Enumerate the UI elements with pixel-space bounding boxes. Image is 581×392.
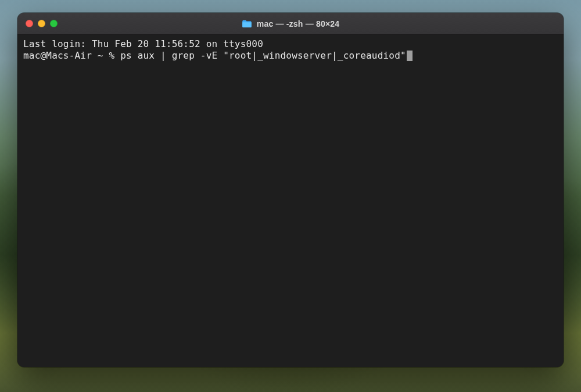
window-title: mac — -zsh — 80×24 xyxy=(257,19,340,28)
last-login-line: Last login: Thu Feb 20 11:56:52 on ttys0… xyxy=(23,38,558,50)
traffic-lights xyxy=(17,20,58,27)
command-input[interactable]: ps aux | grep -vE "root|_windowserver|_c… xyxy=(120,50,406,61)
terminal-window: mac — -zsh — 80×24 Last login: Thu Feb 2… xyxy=(17,13,564,367)
titlebar[interactable]: mac — -zsh — 80×24 xyxy=(17,13,564,35)
close-button[interactable] xyxy=(26,20,33,27)
title-center: mac — -zsh — 80×24 xyxy=(17,19,564,28)
cursor-block xyxy=(407,51,413,61)
folder-icon xyxy=(242,20,252,28)
prompt-line: mac@Macs-Air ~ % ps aux | grep -vE "root… xyxy=(23,50,558,62)
zoom-button[interactable] xyxy=(50,20,58,27)
minimize-button[interactable] xyxy=(38,20,45,27)
terminal-body[interactable]: Last login: Thu Feb 20 11:56:52 on ttys0… xyxy=(17,35,564,367)
shell-prompt: mac@Macs-Air ~ % xyxy=(23,50,120,61)
